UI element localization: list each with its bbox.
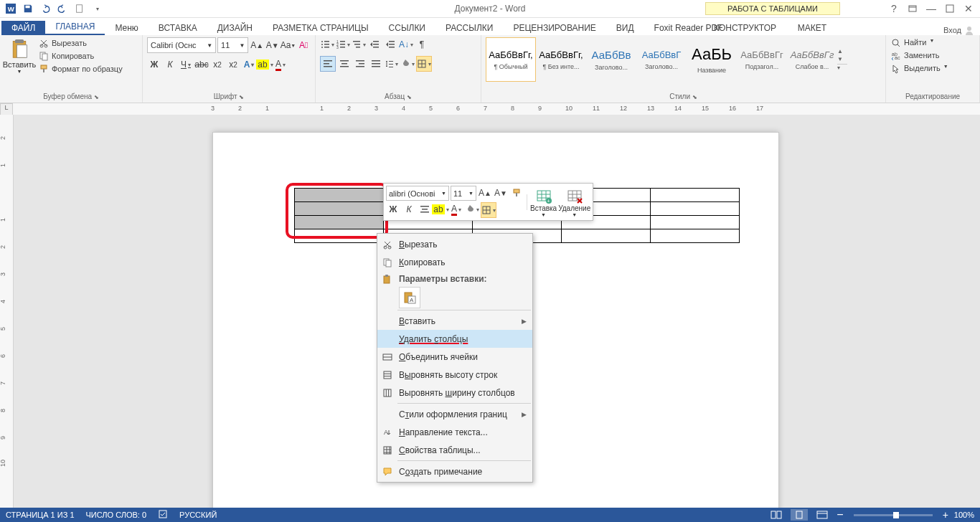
superscript-button[interactable]: x2 [226, 57, 240, 72]
tab-design[interactable]: ДИЗАЙН [207, 21, 263, 35]
ctx-cut[interactable]: Вырезать [377, 235, 532, 253]
ctx-paste-option[interactable]: A [399, 287, 420, 308]
style-item[interactable]: АаБбВвГг,¶ Без инте... [536, 37, 586, 82]
format-painter-button[interactable]: Формат по образцу [37, 63, 124, 75]
align-left-icon[interactable] [320, 56, 336, 72]
mini-highlight-icon[interactable]: ab [433, 202, 448, 217]
ctx-distribute-cols[interactable]: Выровнять ширину столбцов [377, 384, 532, 402]
replace-button[interactable]: abacЗаменить [890, 50, 975, 62]
shrink-font-icon[interactable]: A▼ [265, 38, 280, 52]
indent-icon[interactable] [383, 37, 397, 52]
mini-grow-font-icon[interactable]: A▲ [478, 186, 492, 200]
bullets-icon[interactable] [320, 37, 334, 52]
tab-menu[interactable]: Меню [105, 21, 148, 35]
underline-button[interactable]: Ч [179, 57, 193, 72]
align-center-icon[interactable] [337, 57, 352, 71]
save-icon[interactable] [20, 1, 36, 16]
align-justify-icon[interactable] [369, 57, 383, 71]
styles-gallery[interactable]: АаБбВвГг,¶ ОбычныйАаБбВвГг,¶ Без инте...… [486, 37, 881, 82]
tab-file[interactable]: ФАЙЛ [1, 21, 45, 35]
text-effects-icon[interactable]: A [242, 57, 256, 72]
mini-bold-button[interactable]: Ж [386, 202, 400, 217]
tab-references[interactable]: ССЫЛКИ [379, 21, 435, 35]
mini-shrink-font-icon[interactable]: A▼ [494, 186, 508, 200]
tab-page-layout[interactable]: РАЗМЕТКА СТРАНИЦЫ [263, 21, 379, 35]
zoom-out-button[interactable]: − [837, 508, 843, 521]
tab-home[interactable]: ГЛАВНАЯ [45, 19, 105, 35]
undo-icon[interactable] [37, 1, 53, 16]
font-name-selector[interactable]: Calibri (Оснс▼ [147, 37, 216, 53]
close-icon[interactable]: ✕ [960, 1, 977, 16]
ctx-merge-cells[interactable]: Объединить ячейки [377, 348, 532, 366]
help-icon[interactable]: ? [885, 1, 903, 16]
copy-button[interactable]: Копировать [37, 50, 124, 62]
status-proof-icon[interactable] [158, 509, 168, 521]
style-item[interactable]: АаБЬНазвание [687, 37, 737, 82]
change-case-icon[interactable]: Aa▼ [281, 38, 295, 52]
view-read-icon[interactable] [768, 509, 785, 521]
ctx-table-properties[interactable]: Свойства таблицы... [377, 441, 532, 459]
mini-format-painter-icon[interactable] [509, 186, 524, 200]
ctx-delete-columns[interactable]: Удалить столбцы [377, 330, 532, 348]
mini-font-color-icon[interactable]: A [449, 202, 463, 217]
style-item[interactable]: АаБбВвГгСлабое в... [787, 37, 837, 82]
style-item[interactable]: АаБбВвГЗаголово... [636, 37, 687, 82]
ctx-insert[interactable]: Вставить▶ [377, 312, 532, 330]
bold-button[interactable]: Ж [147, 57, 161, 72]
outdent-icon[interactable] [367, 37, 382, 52]
sort-icon[interactable]: A↓ [399, 37, 413, 52]
find-button[interactable]: Найти ▼ [890, 37, 975, 49]
select-button[interactable]: Выделить ▼ [890, 63, 975, 75]
tab-insert[interactable]: ВСТАВКА [149, 21, 207, 35]
borders-icon[interactable] [416, 56, 432, 72]
mini-shading-icon[interactable] [465, 202, 479, 217]
redo-icon[interactable] [55, 1, 70, 16]
status-words[interactable]: ЧИСЛО СЛОВ: 0 [86, 511, 147, 519]
login-button[interactable]: Вход [943, 25, 974, 35]
ctx-text-direction[interactable]: AНаправление текста... [377, 423, 532, 441]
ctx-copy[interactable]: Копировать [377, 253, 532, 271]
multilevel-icon[interactable] [352, 37, 366, 52]
mini-delete-button[interactable]: Удаление▼ [558, 187, 590, 217]
clear-format-icon[interactable]: A⃠ [296, 38, 311, 52]
tab-table-design[interactable]: КОНСТРУКТОР [704, 21, 786, 35]
grow-font-icon[interactable]: A▲ [250, 38, 264, 52]
mini-size-selector[interactable]: 11▼ [451, 186, 476, 201]
ctx-border-styles[interactable]: Стили оформления границ▶ [377, 405, 532, 423]
ctx-distribute-rows[interactable]: Выровнять высоту строк [377, 366, 532, 384]
minimize-icon[interactable]: — [923, 1, 940, 16]
maximize-icon[interactable] [941, 1, 958, 16]
tab-view[interactable]: ВИД [606, 21, 644, 35]
highlight-icon[interactable]: ab [258, 57, 272, 72]
show-marks-icon[interactable]: ¶ [415, 37, 429, 52]
qat-dropdown-icon[interactable] [89, 1, 105, 16]
view-web-icon[interactable] [814, 509, 831, 521]
paste-button[interactable]: Вставить ▼ [4, 37, 34, 75]
new-doc-icon[interactable] [72, 1, 88, 16]
shading-icon[interactable] [400, 57, 415, 71]
line-spacing-icon[interactable] [385, 57, 399, 71]
styles-expand-icon[interactable]: ▲▼▾ [837, 37, 847, 82]
status-page[interactable]: СТРАНИЦА 1 ИЗ 1 [6, 511, 75, 519]
tab-review[interactable]: РЕЦЕНЗИРОВАНИЕ [503, 21, 606, 35]
font-size-selector[interactable]: 11▼ [217, 37, 248, 53]
status-language[interactable]: РУССКИЙ [179, 511, 217, 519]
italic-button[interactable]: К [163, 57, 177, 72]
ribbon-options-icon[interactable] [904, 1, 921, 16]
mini-insert-button[interactable]: +Вставка▼ [530, 187, 557, 217]
mini-italic-button[interactable]: К [402, 202, 416, 217]
strike-button[interactable]: abc [194, 57, 209, 72]
zoom-in-button[interactable]: + [943, 509, 948, 521]
numbering-icon[interactable]: 123 [336, 37, 350, 52]
style-item[interactable]: АаБбВвГг,¶ Обычный [486, 37, 536, 82]
mini-align-icon[interactable] [418, 202, 432, 217]
align-right-icon[interactable] [353, 57, 367, 71]
subscript-button[interactable]: x2 [210, 57, 225, 72]
style-item[interactable]: АаБбВвЗаголово... [586, 37, 636, 82]
mini-borders-icon[interactable] [481, 202, 496, 218]
ctx-new-comment[interactable]: Создать примечание [377, 462, 532, 480]
mini-font-selector[interactable]: alibri (Основі▼ [386, 186, 449, 201]
cut-button[interactable]: Вырезать [37, 37, 124, 49]
style-item[interactable]: АаБбВвГгПодзагол... [737, 37, 787, 82]
zoom-slider[interactable] [854, 514, 933, 516]
